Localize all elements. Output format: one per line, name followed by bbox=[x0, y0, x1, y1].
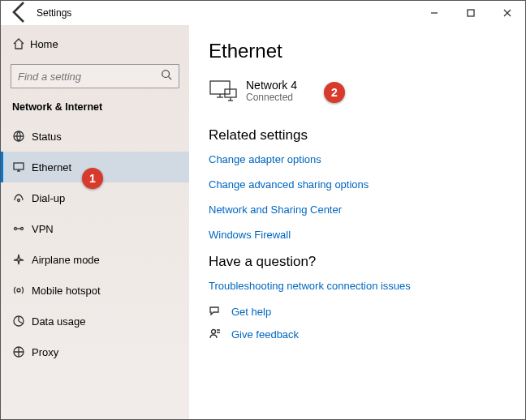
home-icon bbox=[12, 37, 30, 50]
network-item[interactable]: Network 4 Connected bbox=[209, 79, 506, 103]
nav-label: Status bbox=[32, 131, 62, 143]
svg-rect-1 bbox=[468, 10, 474, 16]
give-feedback-row[interactable]: Give feedback bbox=[209, 328, 506, 341]
maximize-button[interactable] bbox=[452, 1, 489, 25]
feedback-icon bbox=[209, 328, 226, 341]
link-advanced-sharing[interactable]: Change advanced sharing options bbox=[209, 178, 506, 191]
section-title: Network & Internet bbox=[1, 96, 189, 121]
link-firewall[interactable]: Windows Firewall bbox=[209, 229, 506, 241]
annotation-badge-1: 1 bbox=[82, 168, 103, 189]
sidebar: Home Network & Internet Status Ethernet bbox=[1, 25, 189, 419]
sidebar-item-status[interactable]: Status bbox=[1, 121, 189, 152]
svg-rect-7 bbox=[14, 163, 24, 169]
monitor-icon bbox=[209, 79, 238, 102]
hotspot-icon bbox=[12, 284, 32, 297]
related-heading: Related settings bbox=[209, 127, 506, 144]
svg-rect-20 bbox=[225, 89, 236, 97]
nav-label: Dial-up bbox=[32, 192, 65, 204]
svg-rect-17 bbox=[210, 81, 230, 94]
proxy-icon bbox=[12, 345, 32, 358]
link-adapter-options[interactable]: Change adapter options bbox=[209, 153, 506, 165]
sidebar-item-hotspot[interactable]: Mobile hotspot bbox=[1, 275, 189, 306]
sidebar-item-datausage[interactable]: Data usage bbox=[1, 306, 189, 336]
network-status: Connected bbox=[246, 92, 297, 103]
svg-point-23 bbox=[212, 330, 216, 334]
link-troubleshoot[interactable]: Troubleshooting network connection issue… bbox=[209, 280, 506, 292]
svg-line-5 bbox=[169, 77, 172, 80]
close-button[interactable] bbox=[489, 1, 525, 25]
search-input[interactable] bbox=[18, 71, 161, 83]
svg-point-4 bbox=[162, 71, 170, 78]
airplane-icon bbox=[12, 253, 32, 266]
nav-label: Data usage bbox=[32, 315, 86, 328]
question-heading: Have a question? bbox=[209, 254, 506, 270]
page-title: Ethernet bbox=[209, 40, 506, 62]
get-help-row[interactable]: Get help bbox=[209, 305, 506, 318]
svg-point-10 bbox=[18, 199, 20, 202]
nav-label: VPN bbox=[32, 223, 54, 235]
nav-label: Proxy bbox=[32, 346, 58, 358]
svg-point-14 bbox=[17, 289, 20, 292]
vpn-icon bbox=[12, 222, 32, 235]
nav-label: Ethernet bbox=[32, 161, 71, 174]
svg-point-12 bbox=[21, 228, 24, 230]
window-title: Settings bbox=[37, 7, 71, 19]
home-button[interactable]: Home bbox=[1, 30, 189, 58]
search-icon bbox=[161, 69, 172, 84]
sidebar-item-proxy[interactable]: Proxy bbox=[1, 336, 189, 367]
globe-icon bbox=[12, 130, 32, 143]
annotation-badge-2: 2 bbox=[324, 82, 345, 103]
nav-label: Mobile hotspot bbox=[32, 285, 101, 297]
sidebar-item-vpn[interactable]: VPN bbox=[1, 213, 189, 244]
sidebar-item-airplane[interactable]: Airplane mode bbox=[1, 244, 189, 275]
give-feedback-label: Give feedback bbox=[231, 328, 299, 341]
nav-label: Airplane mode bbox=[32, 254, 100, 266]
main-content: Ethernet Network 4 Connected Related set… bbox=[189, 25, 525, 419]
svg-point-11 bbox=[15, 228, 17, 230]
data-icon bbox=[12, 315, 32, 328]
titlebar: Settings bbox=[1, 1, 525, 25]
back-button[interactable] bbox=[7, 0, 33, 28]
minimize-button[interactable] bbox=[416, 1, 452, 25]
get-help-label: Get help bbox=[231, 306, 271, 318]
link-sharing-center[interactable]: Network and Sharing Center bbox=[209, 204, 506, 216]
search-box[interactable] bbox=[11, 64, 179, 88]
ethernet-icon bbox=[12, 161, 32, 174]
chat-icon bbox=[209, 305, 226, 318]
dialup-icon bbox=[12, 191, 32, 204]
home-label: Home bbox=[30, 38, 58, 50]
network-name: Network 4 bbox=[246, 79, 297, 92]
settings-window: Settings Home Network & Internet Status bbox=[0, 0, 526, 420]
